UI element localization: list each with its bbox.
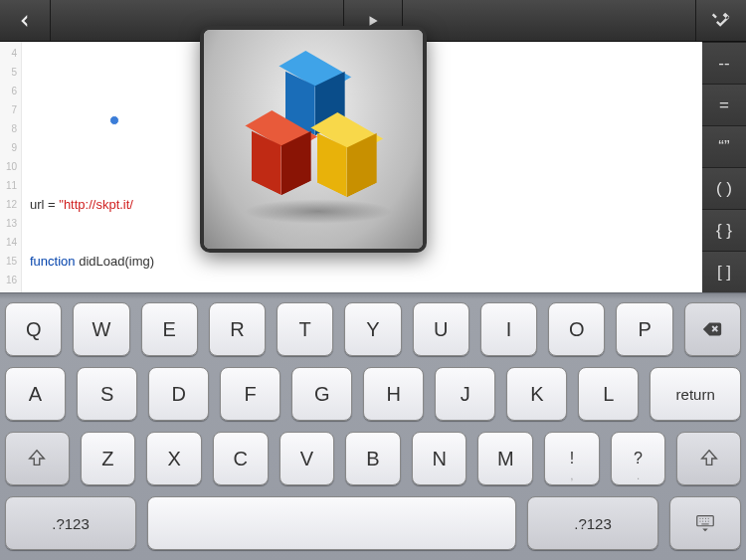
palette-parens[interactable]: ( ) — [702, 167, 746, 209]
key-z[interactable]: Z — [81, 432, 136, 485]
line-number: 5 — [0, 63, 17, 82]
back-button[interactable] — [0, 0, 50, 41]
cursor-handle[interactable] — [109, 115, 119, 125]
red-cube-icon — [252, 125, 311, 185]
key-backspace[interactable] — [684, 302, 741, 356]
backspace-icon — [701, 318, 723, 340]
code-keyword: function — [30, 254, 76, 269]
yellow-cube-icon — [317, 127, 377, 187]
line-number: 6 — [0, 82, 17, 100]
key-c[interactable]: C — [213, 432, 269, 485]
onscreen-keyboard: Q W E R T Y U I O P A S D F G H J K L re… — [0, 292, 746, 560]
key-l[interactable]: L — [578, 367, 639, 421]
line-gutter: 4 5 6 7 8 9 10 11 12 13 14 15 16 17 — [0, 42, 22, 292]
key-j[interactable]: J — [435, 367, 495, 421]
hide-keyboard-icon — [694, 512, 716, 534]
palette-quotes[interactable]: “” — [702, 125, 746, 167]
key-main: ? — [634, 450, 643, 467]
key-f[interactable]: F — [220, 367, 280, 421]
key-i[interactable]: I — [480, 302, 537, 356]
code-text: url = — [30, 197, 59, 212]
palette-brackets[interactable]: [ ] — [702, 251, 746, 292]
line-number: 11 — [0, 176, 17, 195]
key-g[interactable]: G — [291, 367, 352, 421]
line-number: 10 — [0, 157, 17, 176]
key-o[interactable]: O — [548, 302, 605, 356]
tools-icon — [711, 11, 731, 31]
key-d[interactable]: D — [148, 367, 209, 421]
keyboard-row-2: A S D F G H J K L return — [5, 367, 741, 421]
back-icon — [16, 12, 34, 30]
palette-braces[interactable]: { } — [702, 209, 746, 251]
line-number: 12 — [0, 195, 17, 214]
line-number: 4 — [0, 44, 17, 63]
key-q[interactable]: Q — [5, 302, 62, 356]
key-b[interactable]: B — [345, 432, 401, 485]
key-shift-left[interactable] — [5, 432, 70, 485]
key-sub: . — [637, 470, 640, 481]
key-numbers-right[interactable]: .?123 — [527, 496, 658, 550]
keyboard-row-1: Q W E R T Y U I O P — [5, 302, 741, 356]
cube-shadow — [244, 199, 393, 224]
key-r[interactable]: R — [209, 302, 266, 356]
line-number: 13 — [0, 214, 17, 233]
line-number: 14 — [0, 233, 17, 252]
key-main: ! — [570, 450, 574, 467]
tools-button[interactable] — [696, 0, 746, 41]
key-a[interactable]: A — [5, 367, 66, 421]
key-s[interactable]: S — [77, 367, 137, 421]
key-space[interactable] — [147, 496, 516, 550]
key-x[interactable]: X — [146, 432, 202, 485]
key-y[interactable]: Y — [344, 302, 401, 356]
key-e[interactable]: E — [141, 302, 198, 356]
line-number: 7 — [0, 100, 17, 119]
key-w[interactable]: W — [73, 302, 129, 356]
key-numbers-left[interactable]: .?123 — [5, 496, 136, 550]
keyboard-row-4: .?123 .?123 — [5, 496, 741, 550]
keyboard-row-3: Z X C V B N M !, ?. — [5, 432, 741, 485]
palette-dash[interactable]: -- — [702, 42, 746, 84]
key-v[interactable]: V — [280, 432, 335, 485]
preview-image — [204, 30, 423, 249]
key-shift-right[interactable] — [676, 432, 741, 485]
shift-icon — [698, 448, 720, 469]
key-h[interactable]: H — [363, 367, 424, 421]
key-period[interactable]: ?. — [611, 432, 666, 485]
key-return[interactable]: return — [650, 367, 741, 421]
code-content[interactable]: url = "http://skpt.it/ function didLoad(… — [22, 42, 164, 292]
shift-icon — [26, 448, 48, 469]
symbol-palette: -- = “” ( ) { } [ ] — [702, 42, 746, 292]
line-number: 9 — [0, 138, 17, 157]
key-comma[interactable]: !, — [544, 432, 600, 485]
line-number: 8 — [0, 119, 17, 138]
line-number: 16 — [0, 271, 17, 289]
key-hide-keyboard[interactable] — [669, 496, 741, 550]
key-t[interactable]: T — [277, 302, 333, 356]
key-n[interactable]: N — [412, 432, 467, 485]
key-p[interactable]: P — [616, 302, 672, 356]
key-u[interactable]: U — [413, 302, 469, 356]
code-text: didLoad(img) — [76, 254, 155, 269]
key-sub: , — [571, 470, 574, 481]
image-preview-popup[interactable] — [200, 26, 427, 253]
code-string: "http://skpt.it/ — [59, 197, 133, 212]
key-k[interactable]: K — [506, 367, 567, 421]
line-number: 15 — [0, 252, 17, 271]
palette-equals[interactable]: = — [702, 84, 746, 125]
key-m[interactable]: M — [477, 432, 533, 485]
